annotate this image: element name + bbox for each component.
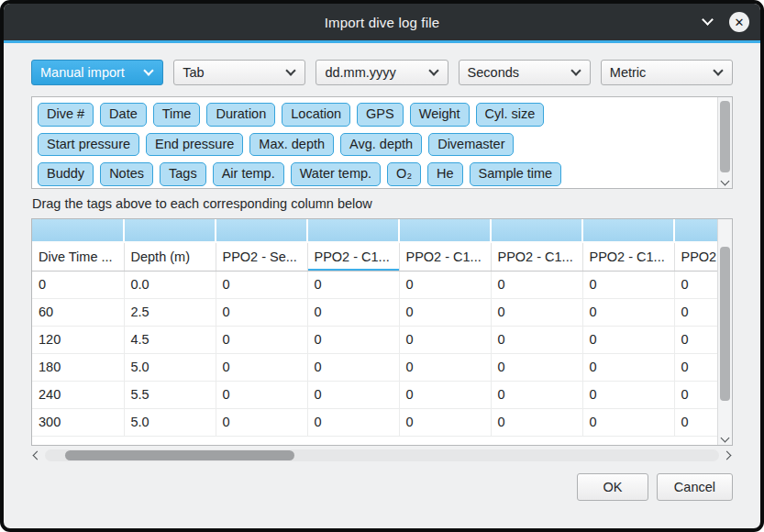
table-cell: 0 [307,298,399,326]
close-button[interactable]: ✕ [729,12,749,32]
column-header-4[interactable]: PPO2 - C1... [399,242,491,271]
table-cell: 300 [32,408,124,436]
table-cell: 0 [307,381,399,408]
tag-time[interactable]: Time [153,103,201,127]
table-row: 2405.5000000 [32,381,717,408]
table-cell: 0 [307,271,399,298]
cancel-button[interactable]: Cancel [657,473,733,501]
table-vscrollbar[interactable] [717,219,732,445]
chevron-down-icon [570,65,581,75]
preview-table-area: Dive Time ...Depth (m)PPO2 - Se...PPO2 -… [31,218,733,446]
tag-dive[interactable]: Dive # [38,103,94,127]
column-drop-target-0[interactable] [32,219,124,242]
tag-weight[interactable]: Weight [410,103,470,127]
dialog-buttons: OK Cancel [31,473,733,501]
column-header-6[interactable]: PPO2 - C1... [582,242,674,271]
column-header-1[interactable]: Depth (m) [124,242,216,271]
combo-row: Manual importTabdd.mm.yyyySecondsMetric [31,60,733,85]
table-cell: 0 [216,271,307,298]
column-drop-target-6[interactable] [582,219,674,242]
table-cell: 0 [491,353,582,381]
table-cell: 0 [216,326,307,353]
shade-window-button[interactable] [699,14,715,30]
tag-start-pressure[interactable]: Start pressure [38,133,139,157]
table-cell: 0 [399,408,491,436]
combo-value: Tab [183,65,287,80]
column-header-0[interactable]: Dive Time ... [32,242,124,271]
table-cell: 0 [582,381,674,408]
chevron-down-icon[interactable] [721,434,730,443]
drop-row [32,219,717,242]
table-cell: 0 [307,408,399,436]
tag-water-temp[interactable]: Water temp. [291,162,381,186]
table-cell: 0 [674,271,717,298]
combo-import-mode[interactable]: Manual import [31,60,163,85]
column-drop-target-2[interactable] [216,219,307,242]
tag-divemaster[interactable]: Divemaster [428,133,514,157]
tag-row: Dive #DateTimeDurationLocationGPSWeightC… [38,103,714,127]
table-cell: 0 [491,298,582,326]
table-cell: 0 [674,353,717,381]
tag-gps[interactable]: GPS [357,103,404,127]
table-cell: 0 [32,271,124,298]
ok-button[interactable]: OK [577,473,648,501]
tag-location[interactable]: Location [282,103,350,127]
tag-duration[interactable]: Duration [206,103,275,127]
tag-date[interactable]: Date [100,103,147,127]
tag-cyl-size[interactable]: Cyl. size [476,103,545,127]
tag-max-depth[interactable]: Max. depth [249,133,334,157]
table-row: 00.0000000 [32,271,717,298]
tag-buddy[interactable]: Buddy [38,162,94,186]
table-hscrollbar[interactable] [31,449,733,462]
table-cell: 0 [216,381,307,408]
table-cell: 0 [216,298,307,326]
tag-panel-scrollbar[interactable] [717,97,732,188]
column-header-3[interactable]: PPO2 - C1... [307,242,399,271]
column-header-5[interactable]: PPO2 - C1... [491,242,582,271]
table-row: 1204.5000000 [32,326,717,353]
table-cell: 0 [582,326,674,353]
window-title: Import dive log file [325,15,440,30]
tag-sample-time[interactable]: Sample time [470,162,562,186]
combo-date-format[interactable]: dd.mm.yyyy [316,60,448,85]
tag-air-temp[interactable]: Air temp. [213,162,284,186]
tag-notes[interactable]: Notes [100,162,153,186]
tag-tags[interactable]: Tags [160,162,206,186]
column-drop-target-1[interactable] [124,219,216,242]
table-cell: 0 [399,381,491,408]
chevron-right-icon[interactable] [723,451,732,460]
tag-avg-depth[interactable]: Avg. depth [340,133,422,157]
scrollbar-track[interactable] [45,449,719,461]
chevron-down-icon [428,65,438,75]
header-row: Dive Time ...Depth (m)PPO2 - Se...PPO2 -… [32,242,717,271]
column-header-2[interactable]: PPO2 - Se... [216,242,307,271]
table-cell: 0 [491,271,582,298]
tag-rows: Dive #DateTimeDurationLocationGPSWeightC… [32,97,732,189]
column-drop-target-7[interactable] [674,219,717,242]
chevron-left-icon[interactable] [33,451,42,460]
combo-duration-format[interactable]: Seconds [459,60,591,85]
scrollbar-thumb[interactable] [65,450,294,460]
close-icon: ✕ [735,17,745,28]
titlebar[interactable]: Import dive log file ✕ [4,4,760,40]
chevron-down-icon[interactable] [721,177,730,186]
table-cell: 0 [674,326,717,353]
table-cell: 240 [32,381,124,408]
tag-o[interactable]: O₂ [387,162,421,186]
combo-units[interactable]: Metric [601,60,733,85]
scrollbar-thumb[interactable] [720,247,730,401]
table-cell: 0 [674,381,717,408]
column-drop-target-5[interactable] [491,219,582,242]
combo-field-separator[interactable]: Tab [173,60,305,85]
scrollbar-thumb[interactable] [720,101,730,172]
column-header-7[interactable]: PPO2 [674,242,717,271]
column-drop-target-4[interactable] [399,219,491,242]
tag-end-pressure[interactable]: End pressure [146,133,243,157]
import-dive-log-dialog: Import dive log file ✕ Manual importTabd… [0,0,764,532]
tag-he[interactable]: He [427,162,463,186]
column-drop-target-3[interactable] [307,219,399,242]
tag-row: Start pressureEnd pressureMax. depthAvg.… [38,133,714,157]
table-cell: 5.5 [124,381,216,408]
table-cell: 0 [307,326,399,353]
combo-value: Manual import [40,65,145,80]
